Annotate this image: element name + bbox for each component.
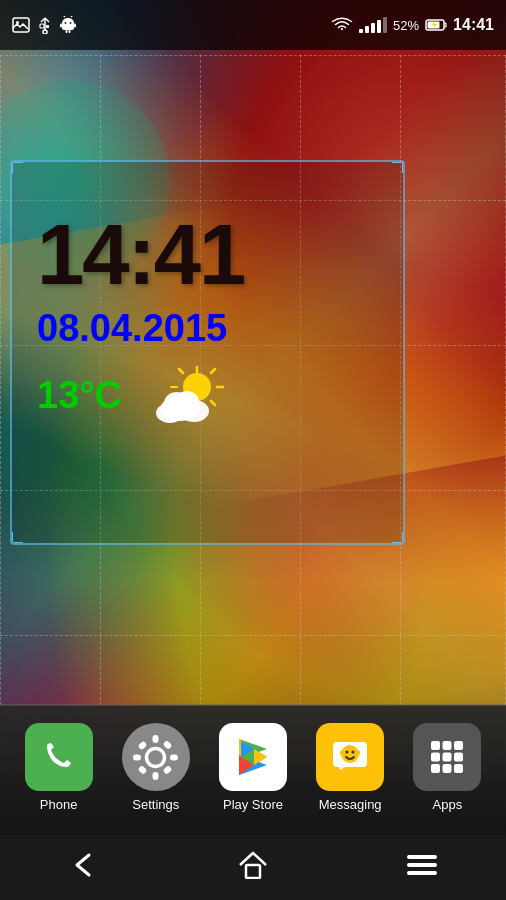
menu-button[interactable] [387, 843, 457, 893]
svg-point-48 [341, 745, 359, 763]
svg-point-29 [175, 391, 199, 411]
status-time: 14:41 [453, 16, 494, 34]
svg-point-50 [352, 751, 355, 754]
svg-rect-12 [60, 24, 62, 28]
playstore-label: Play Store [223, 797, 283, 812]
svg-line-11 [71, 16, 73, 17]
svg-rect-54 [431, 753, 440, 762]
clock-time: 14:41 [37, 212, 378, 297]
battery-icon [425, 18, 447, 32]
navigation-bar [0, 835, 506, 900]
dock-item-apps[interactable]: Apps [413, 723, 481, 812]
svg-line-24 [211, 401, 215, 405]
dock-item-settings[interactable]: Settings [122, 723, 190, 812]
home-button[interactable] [218, 841, 288, 895]
apps-label: Apps [433, 797, 463, 812]
svg-rect-58 [443, 764, 452, 773]
apps-icon [413, 723, 481, 791]
svg-rect-34 [133, 754, 141, 760]
playstore-icon [219, 723, 287, 791]
signal-bars [359, 17, 387, 33]
svg-rect-55 [443, 753, 452, 762]
battery-percentage: 52% [393, 18, 419, 33]
svg-rect-5 [40, 24, 44, 28]
svg-point-8 [65, 22, 67, 24]
settings-icon [122, 723, 190, 791]
weather-icon [142, 365, 232, 425]
phone-icon [25, 723, 93, 791]
svg-rect-33 [153, 772, 159, 780]
status-left-icons [12, 16, 76, 34]
status-bar: 52% 14:41 [0, 0, 506, 50]
dock-item-messaging[interactable]: Messaging [316, 723, 384, 812]
wifi-icon [331, 17, 353, 33]
back-button[interactable] [49, 841, 119, 895]
dock: Phone Settings [0, 705, 506, 830]
dock-item-playstore[interactable]: Play Store [219, 723, 287, 812]
svg-rect-62 [407, 863, 437, 867]
phone-label: Phone [40, 797, 78, 812]
corner-tr [392, 161, 404, 173]
svg-point-7 [43, 30, 47, 34]
corner-br [392, 532, 404, 544]
messaging-icon [316, 723, 384, 791]
svg-line-22 [179, 369, 183, 373]
svg-point-49 [346, 751, 349, 754]
svg-rect-60 [246, 865, 260, 878]
android-icon [60, 16, 76, 34]
weather-row: 13°C [37, 365, 378, 425]
clock-date: 08.04.2015 [37, 307, 378, 350]
svg-rect-52 [443, 741, 452, 750]
clock-weather-widget[interactable]: 14:41 08.04.2015 13°C [10, 160, 405, 545]
image-icon [12, 17, 30, 33]
svg-rect-59 [454, 764, 463, 773]
status-right-icons: 52% 14:41 [331, 16, 494, 34]
svg-rect-57 [431, 764, 440, 773]
svg-point-9 [70, 22, 72, 24]
settings-label: Settings [132, 797, 179, 812]
svg-rect-35 [170, 754, 178, 760]
svg-rect-63 [407, 871, 437, 875]
usb-icon [38, 16, 52, 34]
svg-line-21 [211, 369, 215, 373]
svg-rect-6 [46, 25, 49, 28]
svg-rect-13 [74, 24, 76, 28]
corner-tl [11, 161, 23, 173]
messaging-label: Messaging [319, 797, 382, 812]
corner-bl [11, 532, 23, 544]
svg-rect-15 [69, 30, 71, 33]
svg-rect-61 [407, 855, 437, 859]
dock-item-phone[interactable]: Phone [25, 723, 93, 812]
svg-line-10 [64, 16, 66, 17]
weather-temperature: 13°C [37, 374, 122, 417]
svg-rect-51 [431, 741, 440, 750]
svg-rect-56 [454, 753, 463, 762]
svg-rect-14 [66, 30, 68, 33]
svg-rect-53 [454, 741, 463, 750]
svg-rect-32 [153, 735, 159, 743]
